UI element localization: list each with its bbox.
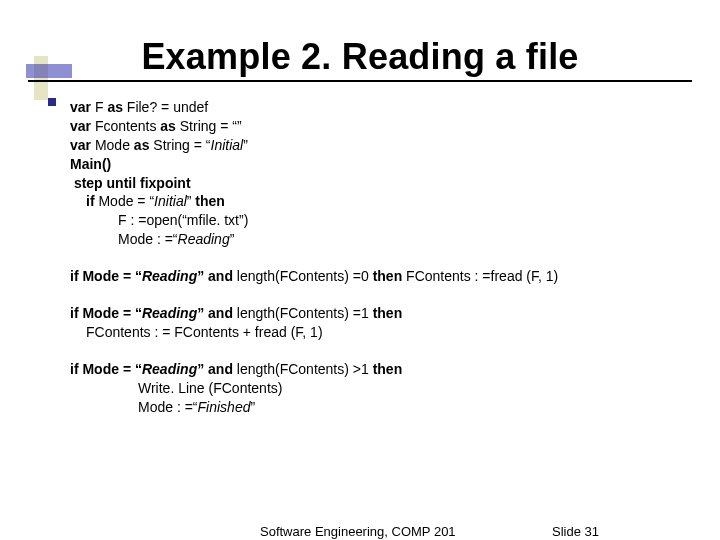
code-line: F : =open(“mfile. txt”) <box>70 211 698 230</box>
code-line: var Fcontents as String = “” <box>70 117 698 136</box>
code-line: step until fixpoint <box>70 174 698 193</box>
code-line: Mode : =“Reading” <box>70 230 698 249</box>
code-line: FContents : = FContents + fread (F, 1) <box>70 323 698 342</box>
code-line: Main() <box>70 155 698 174</box>
bullet-icon <box>48 98 56 106</box>
code-line: Mode : =“Finished” <box>70 398 698 417</box>
code-line: var F as File? = undef <box>70 98 698 117</box>
code-line: if Mode = “Reading” and length(FContents… <box>70 360 698 379</box>
footer-page: Slide 31 <box>552 524 599 539</box>
slide-body: var F as File? = undef var Fcontents as … <box>70 98 698 416</box>
footer-course: Software Engineering, COMP 201 <box>260 524 456 539</box>
code-line: var Mode as String = “Initial” <box>70 136 698 155</box>
code-line: if Mode = “Reading” and length(FContents… <box>70 267 698 286</box>
title-underline <box>28 80 692 82</box>
slide-title: Example 2. Reading a file <box>0 36 720 78</box>
code-line: if Mode = “Initial” then <box>70 192 698 211</box>
slide: Example 2. Reading a file var F as File?… <box>0 0 720 540</box>
code-line: if Mode = “Reading” and length(FContents… <box>70 304 698 323</box>
code-line: Write. Line (FContents) <box>70 379 698 398</box>
